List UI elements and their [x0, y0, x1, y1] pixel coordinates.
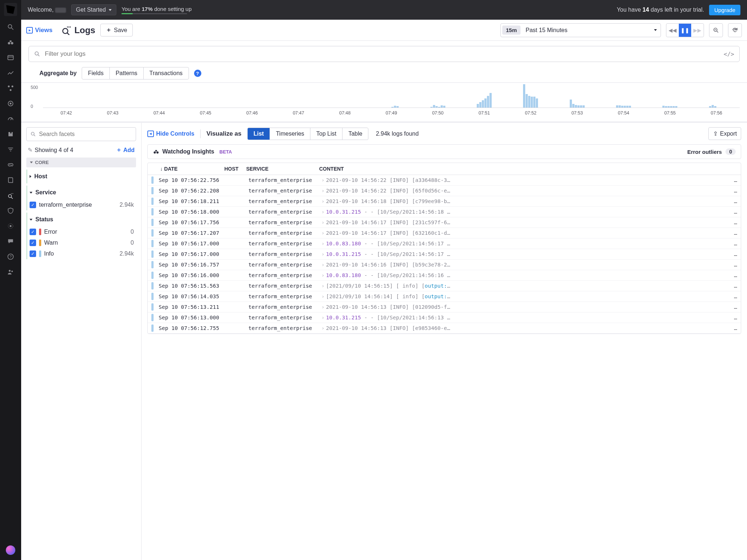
- logs-nav-icon[interactable]: [6, 191, 15, 200]
- col-content[interactable]: CONTENT: [319, 166, 737, 172]
- export-button[interactable]: ⇪ Export: [708, 127, 741, 140]
- watchdog-insights[interactable]: Watchdog InsightsBETA Error outliers 0: [147, 144, 741, 159]
- shield-icon[interactable]: [6, 206, 15, 215]
- svg-text:?: ?: [9, 254, 12, 259]
- link-icon[interactable]: [6, 160, 15, 169]
- user-avatar[interactable]: [6, 545, 15, 555]
- log-row[interactable]: Sep 10 07:56:13.211terraform_enterprise›…: [148, 302, 741, 312]
- hide-controls-button[interactable]: ◂Hide Controls: [147, 131, 194, 137]
- book-icon[interactable]: [6, 176, 15, 184]
- log-row[interactable]: Sep 10 07:56:16.757terraform_enterprise›…: [148, 260, 741, 270]
- facet-value-status[interactable]: ✓Error0: [27, 226, 136, 237]
- facet-value-service[interactable]: ✓terraform_enterprise2.94k: [27, 199, 136, 210]
- refresh-button[interactable]: [728, 23, 742, 37]
- log-row[interactable]: Sep 10 07:56:17.000terraform_enterprise›…: [148, 249, 741, 260]
- search-area: </> Aggregate by Fields Patterns Transac…: [21, 41, 747, 83]
- results-pane: ◂Hide Controls Visualize as List Timeser…: [142, 123, 747, 560]
- facet-status[interactable]: Status: [27, 213, 136, 226]
- log-row[interactable]: Sep 10 07:56:13.000terraform_enterprise›…: [148, 312, 741, 323]
- col-host[interactable]: HOST: [224, 166, 246, 172]
- agg-tab-transactions[interactable]: Transactions: [144, 67, 189, 79]
- visualize-tabs: List Timeseries Top List Table: [247, 128, 368, 140]
- log-row[interactable]: Sep 10 07:56:15.563terraform_enterprise›…: [148, 281, 741, 291]
- views-button[interactable]: ▸Views: [26, 27, 53, 34]
- svg-line-34: [717, 31, 718, 32]
- col-service[interactable]: SERVICE: [246, 166, 319, 172]
- forward-button[interactable]: ▶▶: [691, 24, 704, 37]
- core-section-header[interactable]: CORE: [26, 158, 136, 167]
- facet-host[interactable]: Host: [27, 170, 136, 183]
- chat-icon[interactable]: [6, 237, 15, 246]
- svg-point-2: [8, 42, 11, 44]
- col-date[interactable]: ↓ DATE: [151, 166, 224, 172]
- log-row[interactable]: Sep 10 07:56:18.000terraform_enterprise›…: [148, 207, 741, 217]
- globe-icon[interactable]: [6, 222, 15, 230]
- dashboard-icon[interactable]: [6, 53, 15, 62]
- svg-point-26: [11, 271, 13, 272]
- code-mode-icon[interactable]: </>: [724, 51, 734, 58]
- facets-sidebar: ✎Showing 4 of 4 ＋Add CORE Host Service ✓…: [21, 123, 142, 560]
- log-row[interactable]: Sep 10 07:56:17.000terraform_enterprise›…: [148, 238, 741, 249]
- team-icon[interactable]: [6, 268, 15, 276]
- svg-point-27: [63, 28, 68, 34]
- log-row[interactable]: Sep 10 07:56:18.211terraform_enterprise›…: [148, 196, 741, 207]
- help-icon[interactable]: ?: [6, 252, 15, 261]
- svg-point-35: [35, 52, 38, 55]
- log-row[interactable]: Sep 10 07:56:14.035terraform_enterprise›…: [148, 291, 741, 302]
- svg-line-36: [38, 55, 39, 56]
- svg-point-8: [12, 86, 13, 88]
- datadog-logo[interactable]: [4, 3, 17, 16]
- save-button[interactable]: ＋Save: [100, 24, 132, 36]
- binoculars-icon[interactable]: [6, 38, 15, 47]
- gauge-icon[interactable]: [6, 114, 15, 123]
- pencil-icon[interactable]: ✎: [28, 147, 32, 153]
- log-row[interactable]: Sep 10 07:56:22.208terraform_enterprise›…: [148, 186, 741, 196]
- agg-tab-patterns[interactable]: Patterns: [110, 67, 144, 79]
- help-icon[interactable]: ?: [194, 70, 201, 77]
- filter-icon[interactable]: [6, 145, 15, 154]
- get-started-dropdown[interactable]: Get Started: [71, 4, 116, 15]
- log-row[interactable]: Sep 10 07:56:12.755terraform_enterprise›…: [148, 323, 741, 334]
- vis-tab-toplist[interactable]: Top List: [310, 128, 342, 140]
- binoculars-icon: [153, 148, 159, 155]
- puzzle-icon[interactable]: [6, 130, 15, 139]
- log-row[interactable]: Sep 10 07:56:22.756terraform_enterprise›…: [148, 175, 741, 186]
- svg-line-17: [11, 197, 13, 199]
- nav-rail: ?: [0, 0, 21, 560]
- search-icon: [34, 51, 40, 57]
- svg-point-16: [8, 195, 11, 198]
- log-row[interactable]: Sep 10 07:56:17.207terraform_enterprise›…: [148, 228, 741, 238]
- log-row[interactable]: Sep 10 07:56:17.756terraform_enterprise›…: [148, 217, 741, 228]
- facet-value-status[interactable]: ✓Warn0: [27, 237, 136, 248]
- upgrade-button[interactable]: Upgrade: [709, 5, 740, 15]
- vis-tab-timeseries[interactable]: Timeseries: [270, 128, 310, 140]
- log-row[interactable]: Sep 10 07:56:16.000terraform_enterprise›…: [148, 270, 741, 281]
- search-icon[interactable]: [6, 23, 15, 31]
- histogram[interactable]: 5000 07:4207:4307:4407:4507:4607:4707:48…: [21, 83, 747, 123]
- facet-service[interactable]: Service: [27, 186, 136, 199]
- svg-point-39: [154, 151, 156, 153]
- vis-tab-list[interactable]: List: [248, 128, 270, 140]
- pause-button[interactable]: ❚❚: [679, 24, 691, 37]
- add-facet-button[interactable]: ＋Add: [116, 146, 135, 154]
- error-outliers-count: 0: [725, 148, 736, 155]
- svg-point-0: [8, 24, 12, 28]
- chart-icon[interactable]: [6, 69, 15, 77]
- logs-found-count: 2.94k logs found: [376, 131, 418, 137]
- svg-point-11: [10, 103, 12, 105]
- svg-point-22: [10, 225, 12, 227]
- infrastructure-icon[interactable]: [6, 84, 15, 93]
- zoom-out-button[interactable]: [709, 23, 723, 37]
- agg-tab-fields[interactable]: Fields: [82, 67, 110, 79]
- rewind-button[interactable]: ◀◀: [666, 24, 679, 37]
- target-icon[interactable]: [6, 99, 15, 108]
- svg-line-38: [34, 135, 35, 136]
- facet-value-status[interactable]: ✓Info2.94k: [27, 248, 136, 259]
- aggregate-label: Aggregate by: [39, 70, 77, 77]
- vis-tab-table[interactable]: Table: [342, 128, 368, 140]
- log-search-input[interactable]: </>: [28, 46, 740, 62]
- logs-icon: [61, 26, 71, 35]
- setup-progress[interactable]: You are 17% done setting up: [121, 6, 191, 14]
- timerange-picker[interactable]: 15m Past 15 Minutes: [500, 23, 661, 37]
- facet-search-input[interactable]: [26, 127, 136, 141]
